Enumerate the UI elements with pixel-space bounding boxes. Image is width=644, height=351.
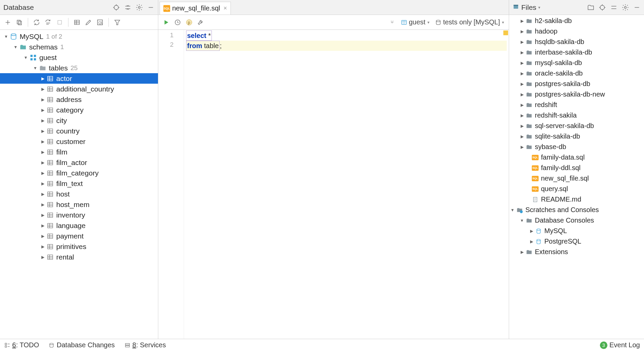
editor-tab[interactable]: SQL new_sql_file.sql × [160, 2, 231, 15]
table-node-city[interactable]: ▶ city [0, 115, 158, 126]
expand-arrow-icon[interactable]: ▶ [519, 250, 525, 254]
expand-arrow-icon[interactable]: ▶ [519, 19, 525, 23]
table-node-inventory[interactable]: ▶ inventory [0, 210, 158, 220]
schemas-node[interactable]: ▼ schemas 1 [0, 42, 158, 52]
expand-arrow-icon[interactable]: ▶ [529, 239, 534, 244]
expand-arrow-icon[interactable]: ▼ [519, 218, 525, 223]
table-node-additional_country[interactable]: ▶ additional_country [0, 84, 158, 94]
expand-arrow-icon[interactable]: ▶ [519, 40, 525, 44]
expand-arrow-icon[interactable]: ▶ [519, 103, 525, 107]
folder-postgres-sakila-db[interactable]: ▶ postgres-sakila-db [509, 79, 644, 89]
expand-arrow-icon[interactable]: ▶ [40, 150, 45, 154]
filter-icon[interactable] [112, 17, 122, 27]
expand-arrow-icon[interactable]: ▶ [519, 50, 525, 55]
expand-arrow-icon[interactable]: ▼ [13, 45, 18, 49]
expand-arrow-icon[interactable]: ▶ [40, 118, 45, 123]
expand-arrow-icon[interactable]: ▶ [40, 108, 45, 112]
schema-selector[interactable]: guest ▾ [399, 18, 431, 27]
sync-icon[interactable] [43, 17, 53, 27]
warning-marker[interactable] [503, 30, 508, 35]
expand-arrow-icon[interactable]: ▶ [519, 82, 525, 86]
table-node-country[interactable]: ▶ country [0, 126, 158, 136]
open-folder-icon[interactable] [586, 2, 596, 13]
extensions-node[interactable]: ▶ Extensions [509, 247, 644, 257]
folder-h2-sakila-db[interactable]: ▶ h2-sakila-db [509, 16, 644, 26]
table-node-film[interactable]: ▶ film [0, 147, 158, 157]
expand-arrow-icon[interactable]: ▶ [40, 139, 45, 144]
expand-arrow-icon[interactable]: ▶ [40, 202, 45, 207]
todo-tool[interactable]: 6: TODO [4, 341, 39, 349]
jump-to-query-icon[interactable]: QL [95, 17, 105, 27]
expand-arrow-icon[interactable]: ▼ [23, 55, 28, 60]
expand-arrow-icon[interactable]: ▶ [40, 87, 45, 91]
folder-interbase-sakila-db[interactable]: ▶ interbase-sakila-db [509, 47, 644, 58]
expand-arrow-icon[interactable]: ▼ [510, 208, 515, 212]
expand-arrow-icon[interactable]: ▶ [40, 244, 45, 249]
console-MySQL[interactable]: ▶ MySQL [509, 226, 644, 236]
settings-icon[interactable] [134, 2, 144, 13]
stop-icon[interactable] [55, 17, 65, 27]
expand-arrow-icon[interactable]: ▶ [40, 181, 45, 186]
table-node-category[interactable]: ▶ category [0, 105, 158, 115]
refresh-icon[interactable] [32, 17, 42, 27]
code-area[interactable]: select * from table; [184, 30, 509, 339]
folder-redshift-sakila[interactable]: ▶ redshift-sakila [509, 110, 644, 121]
expand-arrow-icon[interactable]: ▶ [40, 223, 45, 228]
folder-oracle-sakila-db[interactable]: ▶ oracle-sakila-db [509, 68, 644, 79]
db-node-mysql[interactable]: ▼ MySQL 1 of 2 [0, 31, 158, 42]
datasource-selector[interactable]: tests only [MySQL] ▾ [433, 18, 506, 27]
locate-icon[interactable] [597, 2, 607, 13]
table-node-rental[interactable]: ▶ rental [0, 252, 158, 262]
expand-arrow-icon[interactable]: ▶ [519, 29, 525, 34]
expand-arrow-icon[interactable]: ▶ [519, 124, 525, 128]
file-new_sql_file.sql[interactable]: SQL new_sql_file.sql [509, 173, 644, 184]
folder-redshift[interactable]: ▶ redshift [509, 100, 644, 110]
expand-arrow-icon[interactable]: ▶ [519, 134, 525, 139]
expand-arrow-icon[interactable]: ▼ [3, 34, 9, 39]
code-editor[interactable]: 1 2 select * from table; [158, 30, 509, 339]
database-tree[interactable]: ▼ MySQL 1 of 2▼ schemas 1▼ guest ▼ table… [0, 30, 158, 339]
table-node-film_actor[interactable]: ▶ film_actor [0, 157, 158, 168]
expand-arrow-icon[interactable]: ▶ [519, 92, 525, 97]
folder-sql-server-sakila-db[interactable]: ▶ sql-server-sakila-db [509, 121, 644, 131]
history-icon[interactable] [173, 17, 183, 27]
files-tree[interactable]: ▶ h2-sakila-db▶ hadoop▶ hsqldb-sakila-db… [509, 15, 644, 339]
file-family-ddl.sql[interactable]: SQL family-ddl.sql [509, 163, 644, 173]
more-icon[interactable] [387, 17, 397, 27]
expand-arrow-icon[interactable]: ▶ [40, 255, 45, 260]
services-tool[interactable]: 8: Services [124, 341, 166, 349]
table-node-language[interactable]: ▶ language [0, 220, 158, 231]
playground-icon[interactable]: p [184, 17, 194, 27]
expand-arrow-icon[interactable]: ▶ [40, 129, 45, 133]
expand-arrow-icon[interactable]: ▶ [40, 192, 45, 197]
expand-arrow-icon[interactable]: ▶ [519, 145, 525, 149]
collapse-icon[interactable] [123, 2, 133, 13]
event-log-tool[interactable]: 3 Event Log [600, 341, 640, 349]
expand-arrow-icon[interactable]: ▶ [519, 71, 525, 76]
table-view-icon[interactable] [72, 17, 82, 27]
chevron-down-icon[interactable]: ▾ [538, 5, 540, 10]
close-tab-icon[interactable]: × [223, 5, 227, 12]
minimize-icon[interactable] [146, 2, 156, 13]
collapse-icon[interactable] [609, 2, 619, 13]
expand-arrow-icon[interactable]: ▶ [519, 113, 525, 118]
folder-sybase-db[interactable]: ▶ sybase-db [509, 142, 644, 152]
tables-node[interactable]: ▼ tables 25 [0, 63, 158, 73]
db-consoles-node[interactable]: ▼ Database Consoles [509, 215, 644, 226]
add-icon[interactable] [3, 17, 13, 27]
file-README.md[interactable]: README.md [509, 194, 644, 205]
locate-icon[interactable] [111, 2, 121, 13]
expand-arrow-icon[interactable]: ▶ [40, 213, 45, 218]
console-PostgreSQL[interactable]: ▶ PostgreSQL [509, 236, 644, 247]
folder-hadoop[interactable]: ▶ hadoop [509, 26, 644, 37]
expand-arrow-icon[interactable]: ▶ [529, 229, 534, 233]
minimize-icon[interactable] [632, 2, 642, 13]
edit-icon[interactable] [83, 17, 94, 27]
expand-arrow-icon[interactable]: ▶ [40, 97, 45, 102]
scratches-node[interactable]: ▼ Scratches and Consoles [509, 205, 644, 215]
table-node-address[interactable]: ▶ address [0, 94, 158, 105]
expand-arrow-icon[interactable]: ▶ [519, 61, 525, 65]
table-node-film_text[interactable]: ▶ film_text [0, 178, 158, 189]
table-node-payment[interactable]: ▶ payment [0, 231, 158, 241]
folder-hsqldb-sakila-db[interactable]: ▶ hsqldb-sakila-db [509, 37, 644, 47]
